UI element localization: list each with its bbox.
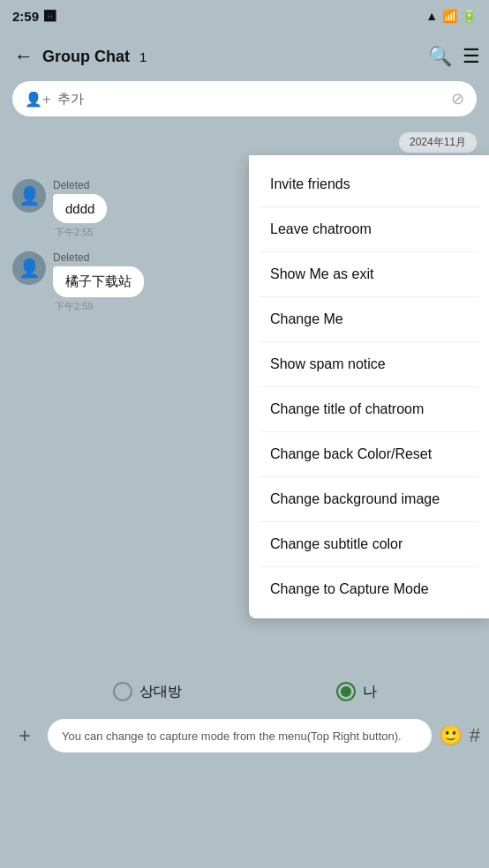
message-sender: Deleted [53,251,144,264]
title-text: Group Chat [42,48,130,65]
emoji-button[interactable]: 🙂 [439,724,463,747]
message-content: Deleted dddd 下午2:55 [53,179,107,239]
menu-item-show-spam-notice[interactable]: Show spam notice [249,342,489,386]
battery-icon: 🔋 [462,9,477,23]
add-label: 추가 [57,91,444,108]
date-badge: 2024年11月 [12,132,477,153]
menu-item-change-title[interactable]: Change title of chatroom [249,387,489,431]
search-add-bar[interactable]: 👤+ 추가 ⊘ [12,81,477,116]
message-time: 下午2:59 [53,300,144,313]
status-bar: 2:59 🅰 ▲ 📶 🔋 [0,0,489,32]
dropdown-menu: Invite friends Leave chatroom Show Me as… [249,155,489,618]
menu-item-change-bg-image[interactable]: Change background image [249,477,489,521]
message-time: 下午2:55 [53,226,107,239]
wifi-icon: ▲ [425,9,438,23]
menu-button[interactable]: ☰ [463,45,480,68]
menu-item-change-me[interactable]: Change Me [249,297,489,341]
input-placeholder-text: You can change to capture mode from the … [62,730,402,743]
avatar: 👤 [12,179,46,213]
message-input[interactable]: You can change to capture mode from the … [48,719,432,752]
menu-item-change-capture-mode[interactable]: Change to Capture Mode [249,567,489,611]
user-icon: 👤 [19,258,41,279]
menu-item-leave-chatroom[interactable]: Leave chatroom [249,207,489,251]
menu-item-show-me-as-exit[interactable]: Show Me as exit [249,252,489,296]
time-label: 2:59 [12,9,39,24]
radio-bar: 상대방 나 [0,670,489,713]
status-time: 2:59 🅰 [12,9,56,24]
radio-label-opponent: 상대방 [139,683,182,701]
top-icons: 🔍 ☰ [428,45,480,68]
menu-item-change-subtitle-color[interactable]: Change subtitle color [249,522,489,566]
sim-icon: 🅰 [44,10,56,23]
signal-icon: 📶 [442,9,457,23]
radio-circle-inner [341,686,351,697]
radio-opponent[interactable]: 상대방 [113,682,182,701]
title-badge: 1 [139,49,147,64]
add-button[interactable]: + [9,720,41,752]
radio-me[interactable]: 나 [336,682,377,701]
person-add-icon: 👤+ [25,91,50,108]
input-bar: + You can change to capture mode from th… [0,713,489,759]
hash-button[interactable]: # [470,724,480,747]
message-sender: Deleted [53,179,107,191]
radio-circle-opponent[interactable] [113,682,132,701]
message-content: Deleted 橘子下载站 下午2:59 [53,251,144,313]
back-button[interactable]: ← [9,40,39,73]
page-title: Group Chat 1 [42,48,428,66]
clear-icon[interactable]: ⊘ [451,89,464,108]
search-button[interactable]: 🔍 [428,45,452,68]
avatar: 👤 [12,251,46,285]
chat-area: 2024年11月 나 invited... 👤 Deleted dddd 下午2… [0,123,489,670]
status-icons: ▲ 📶 🔋 [425,9,477,23]
radio-label-me: 나 [363,683,377,701]
menu-item-change-back-color[interactable]: Change back Color/Reset [249,432,489,476]
message-bubble: 橘子下载站 [53,266,144,297]
user-icon: 👤 [19,185,41,206]
message-bubble: dddd [53,194,107,223]
top-bar: ← Group Chat 1 🔍 ☰ [0,32,489,81]
radio-circle-me[interactable] [336,682,356,701]
menu-item-invite-friends[interactable]: Invite friends [249,162,489,206]
date-badge-text: 2024年11月 [399,132,477,153]
